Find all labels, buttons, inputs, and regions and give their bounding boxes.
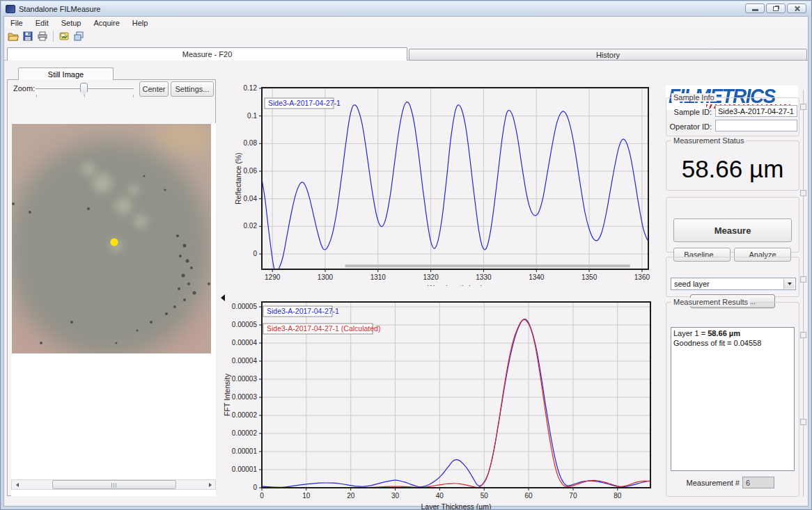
svg-text:0.06: 0.06 bbox=[244, 167, 258, 175]
splitter-grip[interactable] bbox=[800, 419, 806, 425]
svg-text:0.00005: 0.00005 bbox=[232, 321, 258, 328]
splitter-grip[interactable] bbox=[800, 190, 806, 196]
svg-text:70: 70 bbox=[569, 492, 577, 500]
svg-text:Reflectance (%): Reflectance (%) bbox=[234, 152, 242, 205]
tab-history-label: History bbox=[596, 51, 620, 59]
svg-text:Side3-A-2017-04-27-1: Side3-A-2017-04-27-1 bbox=[267, 307, 339, 315]
zoom-tick bbox=[36, 95, 37, 97]
svg-text:30: 30 bbox=[391, 492, 400, 500]
save-icon[interactable] bbox=[22, 31, 34, 42]
splitter-grip[interactable] bbox=[800, 104, 806, 110]
center-button[interactable]: Center bbox=[139, 81, 169, 97]
menu-help[interactable]: Help bbox=[126, 17, 155, 29]
svg-text:1290: 1290 bbox=[265, 273, 281, 281]
svg-text:1360: 1360 bbox=[634, 273, 650, 281]
result-line-1: Layer 1 = 58.66 µm bbox=[673, 328, 792, 338]
sample-id-input[interactable] bbox=[715, 105, 797, 117]
still-image-panel: Zoom: Center Settings... bbox=[7, 79, 216, 496]
svg-text:1330: 1330 bbox=[476, 273, 492, 281]
svg-text:0: 0 bbox=[253, 484, 257, 491]
menu-edit[interactable]: Edit bbox=[29, 17, 55, 29]
tab-still-image[interactable]: Still Image bbox=[18, 67, 114, 80]
recipe-selected-value: seed layer bbox=[674, 280, 710, 288]
svg-text:40: 40 bbox=[436, 492, 444, 500]
camera-viewport[interactable] bbox=[11, 123, 216, 496]
svg-text:Side3-A-2017-04-27-1 (Calculat: Side3-A-2017-04-27-1 (Calculated) bbox=[267, 324, 380, 333]
fft-chart[interactable]: 0102030405060708000.000010.000010.000020… bbox=[221, 295, 659, 510]
camera-image[interactable] bbox=[12, 124, 211, 353]
menu-acquire[interactable]: Acquire bbox=[87, 17, 125, 29]
right-splitter[interactable] bbox=[803, 90, 804, 497]
open-icon[interactable] bbox=[7, 31, 19, 42]
svg-text:0.00005: 0.00005 bbox=[232, 303, 258, 310]
measurement-status-group: Measurement Status 58.66 µm bbox=[666, 141, 799, 191]
sample-id-label: Sample ID: bbox=[667, 108, 712, 116]
app-icon bbox=[6, 5, 15, 13]
acquire-icon[interactable] bbox=[58, 31, 70, 42]
copy-icon[interactable] bbox=[72, 31, 85, 42]
measurement-spot-dot bbox=[111, 239, 118, 246]
minimize-button[interactable] bbox=[745, 3, 765, 13]
toolbar-separator bbox=[53, 31, 54, 42]
svg-text:80: 80 bbox=[614, 492, 622, 500]
measurement-status-title: Measurement Status bbox=[671, 136, 747, 145]
results-listbox[interactable]: Layer 1 = 58.66 µm Goodness of fit = 0.0… bbox=[671, 327, 795, 471]
arrow-right-icon bbox=[209, 483, 212, 487]
splitter-grip[interactable] bbox=[800, 332, 806, 338]
svg-text:20: 20 bbox=[347, 492, 355, 500]
recipe-select[interactable]: seed layer bbox=[671, 278, 796, 290]
menu-setup[interactable]: Setup bbox=[55, 17, 88, 29]
operator-id-input[interactable] bbox=[715, 120, 797, 132]
svg-text:0.1: 0.1 bbox=[247, 112, 257, 120]
restore-button[interactable] bbox=[766, 3, 786, 13]
menu-file[interactable]: File bbox=[4, 17, 29, 29]
svg-text:1320: 1320 bbox=[423, 273, 439, 281]
tab-history[interactable]: History bbox=[409, 49, 807, 61]
sample-info-title: Sample Info bbox=[671, 93, 717, 102]
svg-text:Layer Thickness (µm): Layer Thickness (µm) bbox=[421, 502, 492, 510]
svg-text:0.02: 0.02 bbox=[244, 222, 258, 230]
svg-text:Wavelength (nm): Wavelength (nm) bbox=[428, 284, 483, 286]
svg-text:0.00001: 0.00001 bbox=[232, 447, 258, 455]
result-line-2: Goodness of fit = 0.04558 bbox=[673, 338, 792, 348]
close-button[interactable] bbox=[787, 3, 806, 13]
app-window: Standalone FILMeasure File Edit Setup Ac… bbox=[0, 0, 812, 510]
zoom-slider-thumb[interactable] bbox=[80, 83, 88, 95]
minimize-icon bbox=[752, 9, 758, 11]
svg-text:FFT Intensity: FFT Intensity bbox=[223, 373, 231, 416]
svg-text:1310: 1310 bbox=[370, 273, 387, 281]
scrollbar-thumb[interactable] bbox=[52, 480, 176, 489]
svg-text:60: 60 bbox=[525, 492, 533, 500]
recipe-group bbox=[666, 257, 799, 297]
chevron-down-icon[interactable] bbox=[783, 279, 795, 289]
measurement-value: 58.66 µm bbox=[666, 155, 799, 183]
tab-measure-label: Measure - F20 bbox=[182, 50, 233, 58]
settings-button[interactable]: Settings... bbox=[171, 81, 214, 97]
arrow-left-icon bbox=[16, 483, 19, 487]
svg-text:0: 0 bbox=[253, 250, 257, 257]
splitter-grip[interactable] bbox=[800, 276, 806, 282]
svg-text:50: 50 bbox=[481, 492, 489, 500]
tab-measure-f20[interactable]: Measure - F20 bbox=[7, 47, 407, 61]
svg-text:1340: 1340 bbox=[529, 273, 545, 281]
zoom-tick bbox=[133, 95, 134, 97]
zoom-tick bbox=[84, 95, 85, 97]
svg-text:0.00003: 0.00003 bbox=[232, 375, 258, 383]
svg-text:0.08: 0.08 bbox=[244, 139, 258, 147]
client-area: File Edit Setup Acquire Help bbox=[3, 16, 809, 507]
measure-button[interactable]: Measure bbox=[673, 218, 792, 242]
reflectance-chart[interactable]: 1290130013101320133013401350136000.020.0… bbox=[234, 83, 660, 289]
svg-text:0.12: 0.12 bbox=[244, 84, 258, 92]
svg-text:0.00001: 0.00001 bbox=[232, 465, 258, 473]
menu-bar: File Edit Setup Acquire Help bbox=[4, 17, 808, 29]
svg-text:0.00002: 0.00002 bbox=[232, 429, 258, 437]
svg-text:1350: 1350 bbox=[581, 273, 598, 281]
scroll-left-button[interactable] bbox=[12, 480, 22, 489]
svg-text:0.00004: 0.00004 bbox=[232, 339, 258, 346]
scroll-right-button[interactable] bbox=[205, 480, 215, 489]
print-icon[interactable] bbox=[36, 31, 49, 42]
operator-id-label: Operator ID: bbox=[663, 122, 712, 131]
zoom-label: Zoom: bbox=[13, 84, 35, 93]
title-bar[interactable]: Standalone FILMeasure bbox=[1, 1, 811, 16]
horizontal-scrollbar[interactable] bbox=[11, 479, 216, 490]
